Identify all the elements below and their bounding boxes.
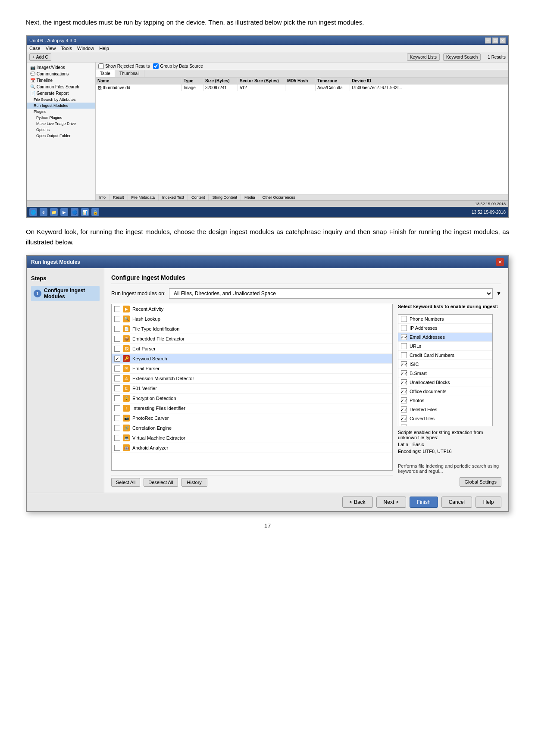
sidebar-item-timeline[interactable]: 📅 Timeline (27, 77, 95, 84)
module-extension[interactable]: ⚠ Extension Mismatch Detector (112, 374, 392, 384)
menu-help[interactable]: Help (99, 46, 109, 51)
sidebar-item-options[interactable]: Options (27, 127, 95, 133)
module-checkbox-keyword[interactable]: ✓ (114, 356, 120, 362)
tab-thumbnail[interactable]: Thumbnail (115, 70, 144, 77)
help-button[interactable]: Help (476, 497, 501, 508)
kw-deleted[interactable]: ✓ Deleted Files (398, 405, 492, 414)
module-checkbox-virtual[interactable] (114, 435, 120, 441)
deselect-all-button[interactable]: Deselect All (144, 478, 178, 487)
module-exif[interactable]: 🖼 Exif Parser (112, 344, 392, 354)
show-rejected-label[interactable]: Show Rejected Results (98, 63, 150, 69)
table-row[interactable]: 🖼 thumbdrive.dd Image 320097241 512 Asia… (96, 84, 508, 91)
finish-button[interactable]: Finish (410, 497, 438, 508)
sidebar-item-file-search[interactable]: File Search by Attributes (27, 97, 95, 103)
module-checkbox-e01[interactable] (114, 385, 120, 391)
group-by-checkbox[interactable] (153, 63, 159, 69)
show-rejected-checkbox[interactable] (98, 63, 104, 69)
sidebar-item-output-folder[interactable]: Open Output Folder (27, 133, 95, 139)
tab-table[interactable]: Table (96, 70, 115, 77)
module-checkbox-recent[interactable] (114, 306, 120, 312)
step-configure-ingest[interactable]: 1 Configure Ingest Modules (31, 286, 100, 301)
module-checkbox-photorec[interactable] (114, 415, 120, 421)
keyword-search-btn[interactable]: Keyword Search (443, 53, 481, 61)
module-file-type[interactable]: 📄 File Type Identification (112, 324, 392, 334)
kw-checkbox-stream[interactable] (401, 425, 407, 426)
kw-checkbox-urls[interactable] (401, 343, 407, 349)
kw-stream[interactable]: Other stream applications (398, 423, 492, 426)
menu-tools[interactable]: Tools (61, 46, 72, 51)
sidebar-item-communications[interactable]: 💬 Communications (27, 71, 95, 77)
taskbar-icon-globe[interactable]: 🌐 (29, 208, 37, 216)
kw-checkbox-unalloc[interactable]: ✓ (401, 379, 407, 385)
sidebar-item-generate-report[interactable]: 📄 Generate Report (27, 90, 95, 97)
history-button[interactable]: History (181, 478, 207, 487)
kw-credit[interactable]: Credit Card Numbers (398, 351, 492, 360)
back-button[interactable]: < Back (342, 497, 373, 508)
menu-window[interactable]: Window (77, 46, 94, 51)
sidebar-item-images[interactable]: 📷 Images/Videos (27, 64, 95, 71)
module-photorec[interactable]: 📸 PhotoRec Carver (112, 413, 392, 423)
autopsy-win-controls[interactable]: ─ □ ✕ (485, 37, 506, 44)
sidebar-item-python[interactable]: Python Plugins (27, 115, 95, 121)
module-checkbox-email[interactable] (114, 366, 120, 372)
kw-checkbox-deleted[interactable]: ✓ (401, 406, 407, 412)
module-embedded[interactable]: 📦 Embedded File Extractor (112, 334, 392, 344)
module-checkbox-embedded[interactable] (114, 336, 120, 342)
btab-indexed-text[interactable]: Indexed Text (159, 194, 188, 200)
maximize-btn[interactable]: □ (492, 37, 498, 44)
run-on-select[interactable]: All Files, Directories, and Unallocated … (169, 288, 493, 299)
add-datasource-btn[interactable]: + Add C (29, 53, 51, 61)
select-all-button[interactable]: Select All (111, 478, 140, 487)
taskbar-icon-folder[interactable]: 📁 (50, 208, 58, 216)
sidebar-item-live-triage[interactable]: Make Live Triage Drive (27, 121, 95, 127)
btab-result[interactable]: Result (110, 194, 128, 200)
kw-curved[interactable]: ✓ Curved files (398, 414, 492, 423)
taskbar-icon-circle[interactable]: 🔵 (71, 208, 78, 216)
module-checkbox-exif[interactable] (114, 346, 120, 352)
btab-content[interactable]: Content (188, 194, 209, 200)
module-checkbox-hash[interactable] (114, 316, 120, 322)
global-settings-button[interactable]: Global Settings (460, 477, 501, 487)
kw-checkbox-credit[interactable] (401, 352, 407, 358)
module-encryption[interactable]: 🔒 Encryption Detection (112, 394, 392, 403)
dialog-close-button[interactable]: ✕ (496, 258, 504, 266)
kw-unalloc[interactable]: ✓ Unallocated Blocks (398, 378, 492, 387)
module-correlation[interactable]: 🔗 Correlation Engine (112, 423, 392, 433)
btab-other[interactable]: Other Occurrences (259, 194, 299, 200)
btab-media[interactable]: Media (241, 194, 259, 200)
kw-checkbox-isic[interactable]: ✓ (401, 361, 407, 367)
kw-phone[interactable]: Phone Numbers (398, 315, 492, 324)
btab-string[interactable]: String Content (209, 194, 241, 200)
kw-checkbox-phone[interactable] (401, 316, 407, 322)
kw-checkbox-office[interactable]: ✓ (401, 388, 407, 394)
menu-case[interactable]: Case (29, 46, 41, 51)
module-checkbox-filetype[interactable] (114, 326, 120, 332)
module-android[interactable]: 🤖 Android Analyzer (112, 443, 392, 453)
kw-checkbox-curved[interactable]: ✓ (401, 415, 407, 422)
btab-file-metadata[interactable]: File Metadata (128, 194, 159, 200)
minimize-btn[interactable]: ─ (485, 37, 491, 44)
sidebar-item-plugins[interactable]: Plugins (27, 109, 95, 115)
kw-email[interactable]: ✓ Email Addresses (398, 333, 492, 342)
close-btn[interactable]: ✕ (500, 37, 506, 44)
kw-checkbox-bsmart[interactable]: ✓ (401, 370, 407, 376)
module-checkbox-encryption[interactable] (114, 395, 120, 401)
kw-checkbox-email[interactable]: ✓ (401, 334, 407, 340)
keyword-lists-btn[interactable]: Keyword Lists (407, 53, 440, 61)
taskbar-icon-lock[interactable]: 🔒 (91, 208, 99, 216)
module-checkbox-correlation[interactable] (114, 425, 120, 431)
module-virtual[interactable]: 💻 Virtual Machine Extractor (112, 433, 392, 443)
taskbar-icon-browser[interactable]: e (40, 208, 47, 216)
sidebar-item-run-ingest[interactable]: Run Ingest Modules (27, 103, 95, 109)
taskbar-icon-play[interactable]: ▶ (60, 208, 68, 216)
module-email[interactable]: ✉ Email Parser (112, 364, 392, 374)
kw-ip[interactable]: IP Addresses (398, 324, 492, 333)
kw-urls[interactable]: URLs (398, 342, 492, 351)
module-e01[interactable]: E E01 Verifier (112, 384, 392, 394)
module-keyword-search[interactable]: ✓ 🔑 Keyword Search (112, 354, 392, 364)
kw-checkbox-ip[interactable] (401, 325, 407, 331)
sidebar-item-common-files[interactable]: 🔍 Common Files Search (27, 84, 95, 90)
menu-view[interactable]: View (46, 46, 56, 51)
cancel-button[interactable]: Cancel (441, 497, 472, 508)
module-interesting[interactable]: ! Interesting Files Identifier (112, 403, 392, 413)
